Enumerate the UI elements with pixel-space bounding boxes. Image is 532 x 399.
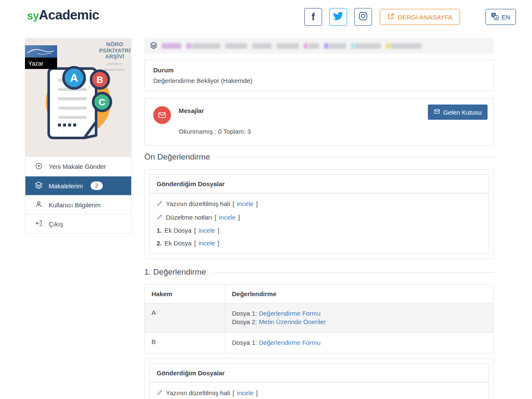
sidebar-menu: Yeni Makale Gönder Makalelerim 2 Kullanı… bbox=[25, 157, 132, 234]
sidebar-item-label: Kullanıcı Bilgilerim bbox=[49, 201, 101, 209]
file-row: 2. Ek Dosya [ incele ] bbox=[157, 239, 482, 247]
column-header-reviewer: Hakem bbox=[145, 285, 225, 303]
facebook-icon: f bbox=[311, 11, 315, 23]
review-file-link[interactable]: Değerlendirme Formu bbox=[259, 310, 320, 317]
submitted-files-list: Yazının düzeltilmiş hali [ incele ] Düze… bbox=[150, 193, 488, 253]
file-row: Yazının düzeltilmiş hali [ incele ] bbox=[157, 200, 482, 208]
external-link-icon bbox=[387, 13, 394, 21]
table-row: B Dosya 1: Değerlendirme Formu bbox=[145, 333, 494, 353]
view-file-link[interactable]: incele bbox=[198, 239, 215, 247]
reviewer-cell: A bbox=[145, 303, 225, 333]
file-label: Ek Dosya bbox=[165, 239, 192, 247]
review-file-line: Dosya 1: Değerlendirme Formu bbox=[232, 310, 487, 317]
review-file-link[interactable]: Değerlendirme Formu bbox=[259, 339, 320, 346]
status-card: Durum Değerlendirme Bekliyor (Hakemde) bbox=[144, 60, 494, 91]
pre-review-files-panel: Gönderdiğim Dosyalar Yazının düzeltilmiş… bbox=[144, 169, 494, 259]
sidebar: A B C Yazar NÖRO PSİKİYATRİ ARŞİVİ ARCHI… bbox=[25, 38, 132, 234]
language-label: EN bbox=[502, 14, 510, 21]
sidebar-item-label: Çıkış bbox=[49, 220, 63, 228]
journal-title-line3: ARŞİVİ bbox=[99, 54, 130, 60]
header-controls: f DERGİ ANASAYFA A EN bbox=[304, 8, 516, 26]
review-table: Hakem Değerlendirme A Dosya 1: Değerlend… bbox=[144, 284, 494, 353]
cover-badge-a: A bbox=[70, 72, 78, 84]
submitted-files-list: Yazının düzeltilmiş hali [ incele ] Düze… bbox=[150, 382, 488, 399]
language-toggle-button[interactable]: A EN bbox=[485, 9, 516, 25]
app-logo-prefix: sy bbox=[27, 10, 39, 22]
pencil-icon bbox=[157, 389, 163, 397]
role-badge: Yazar bbox=[25, 58, 57, 69]
layers-icon bbox=[35, 181, 43, 190]
facebook-button[interactable]: f bbox=[304, 8, 322, 26]
submitted-files-box: Gönderdiğim Dosyalar Yazının düzeltilmiş… bbox=[149, 363, 489, 399]
review-file-line: Dosya 1: Değerlendirme Formu bbox=[232, 339, 487, 346]
file-label: Ek Dosya bbox=[165, 227, 192, 234]
instagram-button[interactable] bbox=[354, 8, 372, 26]
file-label: Düzeltme notları bbox=[166, 214, 212, 221]
column-header-review: Değerlendirme bbox=[225, 285, 494, 303]
submitted-files-title: Gönderdiğim Dosyalar bbox=[150, 175, 488, 193]
view-file-link[interactable]: incele bbox=[237, 200, 254, 207]
file-label: Yazının düzeltilmiş hali bbox=[166, 200, 230, 207]
logout-icon bbox=[35, 219, 43, 228]
file-number: 2. bbox=[157, 239, 162, 247]
bracket: ] bbox=[256, 389, 258, 396]
pre-review-section-heading: Ön Değerlendirme bbox=[144, 152, 494, 162]
journal-home-label: DERGİ ANASAYFA bbox=[398, 14, 452, 21]
society-logo bbox=[25, 45, 57, 58]
pencil-icon bbox=[157, 213, 163, 221]
article-count-badge: 2 bbox=[91, 182, 103, 190]
messages-body: Mesajlar Okunmamış : 0 Toplam: 3 bbox=[179, 106, 251, 135]
status-value: Değerlendirme Bekliyor (Hakemde) bbox=[153, 77, 485, 84]
first-review-files-panel: Gönderdiğim Dosyalar Yazının düzeltilmiş… bbox=[144, 358, 494, 399]
app-logo[interactable]: syAcademic bbox=[27, 8, 99, 23]
pencil-icon bbox=[157, 200, 163, 208]
bracket: [ bbox=[194, 227, 196, 234]
user-icon bbox=[35, 200, 43, 209]
file-label: Yazının düzeltilmiş hali bbox=[166, 389, 230, 396]
bracket: ] bbox=[256, 200, 258, 207]
svg-text:A: A bbox=[495, 16, 498, 20]
breadcrumb-redacted-text bbox=[162, 43, 422, 49]
file-row: Yazının düzeltilmiş hali [ incele ] bbox=[157, 389, 482, 397]
section-rule bbox=[216, 157, 494, 157]
journal-home-button[interactable]: DERGİ ANASAYFA bbox=[380, 9, 460, 25]
breadcrumb bbox=[144, 38, 494, 54]
submitted-files-title: Gönderdiğim Dosyalar bbox=[150, 364, 488, 382]
bracket: [ bbox=[215, 214, 216, 221]
file-row: 1. Ek Dosya [ incele ] bbox=[157, 227, 482, 234]
sidebar-item-user-info[interactable]: Kullanıcı Bilgilerim bbox=[25, 195, 131, 214]
messages-title: Mesajlar bbox=[179, 107, 251, 114]
sidebar-item-label: Makalelerim bbox=[49, 182, 83, 190]
section-rule bbox=[212, 272, 494, 272]
bracket: [ bbox=[194, 239, 196, 247]
bracket: ] bbox=[238, 214, 240, 221]
submitted-files-box: Gönderdiğim Dosyalar Yazının düzeltilmiş… bbox=[149, 174, 489, 254]
plus-circle-icon bbox=[35, 162, 43, 171]
journal-title: NÖRO PSİKİYATRİ ARŞİVİ ARCHIVES OF NEURO… bbox=[99, 41, 130, 74]
view-file-link[interactable]: incele bbox=[237, 389, 254, 396]
view-file-link[interactable]: incele bbox=[198, 227, 215, 234]
twitter-icon bbox=[333, 11, 343, 23]
view-file-link[interactable]: incele bbox=[219, 214, 235, 221]
file-prefix: Dosya 1: bbox=[232, 310, 257, 317]
journal-subtitle: ARCHIVES OF NEUROPSYCHIATRY bbox=[99, 61, 130, 74]
journal-cover: A B C Yazar NÖRO PSİKİYATRİ ARŞİVİ ARCHI… bbox=[25, 38, 132, 157]
inbox-button[interactable]: Gelen Kutusu bbox=[428, 105, 488, 120]
first-review-section-heading: 1. Değerlendirme bbox=[144, 267, 494, 277]
status-title: Durum bbox=[153, 66, 485, 74]
sidebar-item-logout[interactable]: Çıkış bbox=[25, 214, 131, 233]
sidebar-item-new-article[interactable]: Yeni Makale Gönder bbox=[25, 157, 131, 176]
file-number: 1. bbox=[157, 227, 162, 234]
messages-card: Mesajlar Okunmamış : 0 Toplam: 3 Gelen K… bbox=[144, 98, 494, 146]
twitter-button[interactable] bbox=[329, 8, 347, 26]
file-prefix: Dosya 2: bbox=[232, 318, 257, 325]
top-header: syAcademic f DERGİ ANASAYFA A EN bbox=[0, 0, 532, 36]
review-file-link[interactable]: Metin Üzerinde Öneriler bbox=[259, 318, 325, 325]
bracket: ] bbox=[218, 239, 219, 247]
envelope-icon bbox=[434, 108, 440, 116]
section-title: Ön Değerlendirme bbox=[144, 152, 210, 162]
main-content: Durum Değerlendirme Bekliyor (Hakemde) M… bbox=[144, 38, 494, 399]
bracket: [ bbox=[232, 389, 234, 396]
sidebar-item-my-articles[interactable]: Makalelerim 2 bbox=[25, 176, 131, 195]
review-file-line: Dosya 2: Metin Üzerinde Öneriler bbox=[232, 318, 487, 325]
